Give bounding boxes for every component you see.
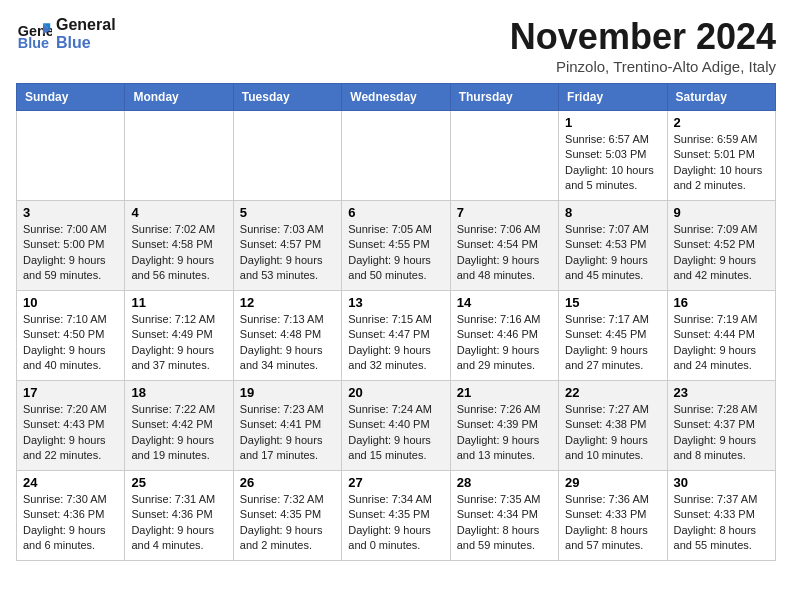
calendar-body: 1Sunrise: 6:57 AM Sunset: 5:03 PM Daylig…	[17, 111, 776, 561]
weekday-header-row: SundayMondayTuesdayWednesdayThursdayFrid…	[17, 84, 776, 111]
calendar-week-2: 3Sunrise: 7:00 AM Sunset: 5:00 PM Daylig…	[17, 201, 776, 291]
weekday-header-friday: Friday	[559, 84, 667, 111]
calendar-cell: 26Sunrise: 7:32 AM Sunset: 4:35 PM Dayli…	[233, 471, 341, 561]
day-info: Sunrise: 7:27 AM Sunset: 4:38 PM Dayligh…	[565, 402, 660, 464]
calendar-cell: 25Sunrise: 7:31 AM Sunset: 4:36 PM Dayli…	[125, 471, 233, 561]
day-info: Sunrise: 7:19 AM Sunset: 4:44 PM Dayligh…	[674, 312, 769, 374]
calendar-cell: 18Sunrise: 7:22 AM Sunset: 4:42 PM Dayli…	[125, 381, 233, 471]
day-info: Sunrise: 7:23 AM Sunset: 4:41 PM Dayligh…	[240, 402, 335, 464]
day-info: Sunrise: 7:12 AM Sunset: 4:49 PM Dayligh…	[131, 312, 226, 374]
weekday-header-thursday: Thursday	[450, 84, 558, 111]
day-number: 26	[240, 475, 335, 490]
day-number: 23	[674, 385, 769, 400]
day-number: 15	[565, 295, 660, 310]
calendar-cell: 21Sunrise: 7:26 AM Sunset: 4:39 PM Dayli…	[450, 381, 558, 471]
calendar-cell: 9Sunrise: 7:09 AM Sunset: 4:52 PM Daylig…	[667, 201, 775, 291]
logo-line2: Blue	[56, 34, 116, 52]
day-info: Sunrise: 7:05 AM Sunset: 4:55 PM Dayligh…	[348, 222, 443, 284]
day-number: 29	[565, 475, 660, 490]
day-number: 13	[348, 295, 443, 310]
day-number: 27	[348, 475, 443, 490]
day-number: 1	[565, 115, 660, 130]
calendar-cell: 7Sunrise: 7:06 AM Sunset: 4:54 PM Daylig…	[450, 201, 558, 291]
day-info: Sunrise: 7:30 AM Sunset: 4:36 PM Dayligh…	[23, 492, 118, 554]
calendar-cell: 24Sunrise: 7:30 AM Sunset: 4:36 PM Dayli…	[17, 471, 125, 561]
day-info: Sunrise: 6:57 AM Sunset: 5:03 PM Dayligh…	[565, 132, 660, 194]
day-info: Sunrise: 7:32 AM Sunset: 4:35 PM Dayligh…	[240, 492, 335, 554]
calendar-cell: 22Sunrise: 7:27 AM Sunset: 4:38 PM Dayli…	[559, 381, 667, 471]
day-info: Sunrise: 7:13 AM Sunset: 4:48 PM Dayligh…	[240, 312, 335, 374]
calendar-cell: 1Sunrise: 6:57 AM Sunset: 5:03 PM Daylig…	[559, 111, 667, 201]
page-header: General Blue General Blue November 2024 …	[16, 16, 776, 75]
calendar-cell: 23Sunrise: 7:28 AM Sunset: 4:37 PM Dayli…	[667, 381, 775, 471]
calendar-week-4: 17Sunrise: 7:20 AM Sunset: 4:43 PM Dayli…	[17, 381, 776, 471]
weekday-header-saturday: Saturday	[667, 84, 775, 111]
calendar-cell	[125, 111, 233, 201]
day-number: 25	[131, 475, 226, 490]
calendar-cell: 20Sunrise: 7:24 AM Sunset: 4:40 PM Dayli…	[342, 381, 450, 471]
calendar-cell: 13Sunrise: 7:15 AM Sunset: 4:47 PM Dayli…	[342, 291, 450, 381]
day-info: Sunrise: 7:00 AM Sunset: 5:00 PM Dayligh…	[23, 222, 118, 284]
calendar-cell: 17Sunrise: 7:20 AM Sunset: 4:43 PM Dayli…	[17, 381, 125, 471]
calendar-cell: 30Sunrise: 7:37 AM Sunset: 4:33 PM Dayli…	[667, 471, 775, 561]
day-number: 7	[457, 205, 552, 220]
day-number: 28	[457, 475, 552, 490]
weekday-header-monday: Monday	[125, 84, 233, 111]
calendar-cell: 29Sunrise: 7:36 AM Sunset: 4:33 PM Dayli…	[559, 471, 667, 561]
day-info: Sunrise: 7:07 AM Sunset: 4:53 PM Dayligh…	[565, 222, 660, 284]
day-number: 5	[240, 205, 335, 220]
day-info: Sunrise: 7:24 AM Sunset: 4:40 PM Dayligh…	[348, 402, 443, 464]
calendar-cell	[233, 111, 341, 201]
weekday-header-wednesday: Wednesday	[342, 84, 450, 111]
weekday-header-tuesday: Tuesday	[233, 84, 341, 111]
month-title: November 2024	[510, 16, 776, 58]
day-info: Sunrise: 7:26 AM Sunset: 4:39 PM Dayligh…	[457, 402, 552, 464]
calendar-cell	[342, 111, 450, 201]
calendar-cell: 16Sunrise: 7:19 AM Sunset: 4:44 PM Dayli…	[667, 291, 775, 381]
day-number: 8	[565, 205, 660, 220]
calendar-header: SundayMondayTuesdayWednesdayThursdayFrid…	[17, 84, 776, 111]
day-number: 19	[240, 385, 335, 400]
day-info: Sunrise: 6:59 AM Sunset: 5:01 PM Dayligh…	[674, 132, 769, 194]
day-info: Sunrise: 7:20 AM Sunset: 4:43 PM Dayligh…	[23, 402, 118, 464]
day-info: Sunrise: 7:03 AM Sunset: 4:57 PM Dayligh…	[240, 222, 335, 284]
day-info: Sunrise: 7:10 AM Sunset: 4:50 PM Dayligh…	[23, 312, 118, 374]
calendar-week-5: 24Sunrise: 7:30 AM Sunset: 4:36 PM Dayli…	[17, 471, 776, 561]
calendar-cell: 2Sunrise: 6:59 AM Sunset: 5:01 PM Daylig…	[667, 111, 775, 201]
day-info: Sunrise: 7:31 AM Sunset: 4:36 PM Dayligh…	[131, 492, 226, 554]
calendar-cell: 6Sunrise: 7:05 AM Sunset: 4:55 PM Daylig…	[342, 201, 450, 291]
calendar-cell: 14Sunrise: 7:16 AM Sunset: 4:46 PM Dayli…	[450, 291, 558, 381]
calendar-cell	[17, 111, 125, 201]
calendar-cell: 27Sunrise: 7:34 AM Sunset: 4:35 PM Dayli…	[342, 471, 450, 561]
calendar-week-1: 1Sunrise: 6:57 AM Sunset: 5:03 PM Daylig…	[17, 111, 776, 201]
calendar-table: SundayMondayTuesdayWednesdayThursdayFrid…	[16, 83, 776, 561]
day-info: Sunrise: 7:16 AM Sunset: 4:46 PM Dayligh…	[457, 312, 552, 374]
day-info: Sunrise: 7:28 AM Sunset: 4:37 PM Dayligh…	[674, 402, 769, 464]
calendar-cell: 4Sunrise: 7:02 AM Sunset: 4:58 PM Daylig…	[125, 201, 233, 291]
day-info: Sunrise: 7:06 AM Sunset: 4:54 PM Dayligh…	[457, 222, 552, 284]
day-number: 3	[23, 205, 118, 220]
day-info: Sunrise: 7:17 AM Sunset: 4:45 PM Dayligh…	[565, 312, 660, 374]
calendar-cell: 3Sunrise: 7:00 AM Sunset: 5:00 PM Daylig…	[17, 201, 125, 291]
calendar-week-3: 10Sunrise: 7:10 AM Sunset: 4:50 PM Dayli…	[17, 291, 776, 381]
day-info: Sunrise: 7:36 AM Sunset: 4:33 PM Dayligh…	[565, 492, 660, 554]
calendar-cell: 15Sunrise: 7:17 AM Sunset: 4:45 PM Dayli…	[559, 291, 667, 381]
day-number: 20	[348, 385, 443, 400]
logo-line1: General	[56, 16, 116, 34]
day-number: 4	[131, 205, 226, 220]
day-info: Sunrise: 7:35 AM Sunset: 4:34 PM Dayligh…	[457, 492, 552, 554]
day-number: 16	[674, 295, 769, 310]
day-number: 24	[23, 475, 118, 490]
day-info: Sunrise: 7:15 AM Sunset: 4:47 PM Dayligh…	[348, 312, 443, 374]
day-number: 21	[457, 385, 552, 400]
day-number: 22	[565, 385, 660, 400]
calendar-cell: 12Sunrise: 7:13 AM Sunset: 4:48 PM Dayli…	[233, 291, 341, 381]
day-number: 18	[131, 385, 226, 400]
location: Pinzolo, Trentino-Alto Adige, Italy	[510, 58, 776, 75]
day-number: 11	[131, 295, 226, 310]
day-number: 9	[674, 205, 769, 220]
calendar-cell: 19Sunrise: 7:23 AM Sunset: 4:41 PM Dayli…	[233, 381, 341, 471]
day-info: Sunrise: 7:22 AM Sunset: 4:42 PM Dayligh…	[131, 402, 226, 464]
day-number: 2	[674, 115, 769, 130]
day-info: Sunrise: 7:09 AM Sunset: 4:52 PM Dayligh…	[674, 222, 769, 284]
